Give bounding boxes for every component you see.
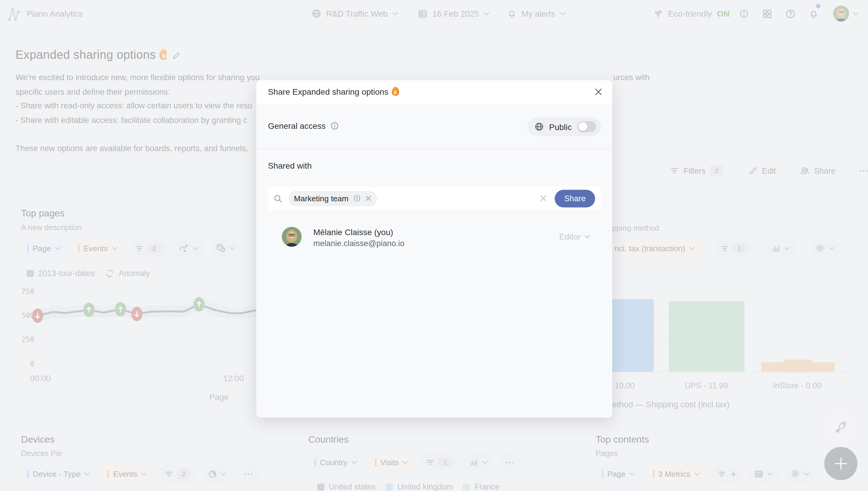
member-avatar [282, 227, 302, 247]
chevron-down-icon [585, 235, 590, 238]
search-icon [274, 194, 282, 203]
remove-chip-icon[interactable] [365, 195, 371, 201]
member-role-label: Editor [559, 232, 581, 241]
toggle-knob [578, 122, 587, 131]
close-icon [594, 88, 602, 95]
general-access-row: General access [268, 121, 339, 131]
share-modal-title-text: Share Expanded sharing options [268, 87, 389, 96]
share-search-input[interactable]: Marketing team Share [268, 186, 600, 210]
divider [256, 148, 612, 149]
recipient-chip-label: Marketing team [294, 194, 349, 203]
share-modal: Share Expanded sharing options General a… [256, 80, 612, 418]
public-toggle[interactable] [577, 121, 596, 132]
member-email: melanie.claisse@piano.io [313, 239, 404, 248]
member-role-dropdown[interactable]: Editor [559, 232, 590, 241]
member-name: Mélanie Claisse (you) [313, 227, 393, 237]
recipient-chip[interactable]: Marketing team [288, 191, 377, 206]
general-access-label: General access [268, 121, 326, 131]
group-icon [353, 195, 361, 202]
visibility-pill[interactable]: Public [528, 117, 601, 136]
globe-icon [535, 122, 543, 131]
visibility-label: Public [549, 122, 572, 132]
clear-search-icon[interactable] [540, 195, 547, 202]
fire-emoji [392, 87, 399, 96]
shared-with-label: Shared with [268, 161, 312, 170]
app-window: Piano Analytics R&D Traffic Web 16 Feb 2… [0, 0, 868, 491]
close-modal-button[interactable] [592, 86, 605, 98]
modal-share-button[interactable]: Share [555, 190, 595, 207]
member-row: Mélanie Claisse (you) melanie.claisse@pi… [268, 227, 600, 251]
info-icon[interactable] [331, 122, 339, 130]
avatar-photo [282, 227, 302, 247]
share-modal-title: Share Expanded sharing options [268, 87, 399, 96]
